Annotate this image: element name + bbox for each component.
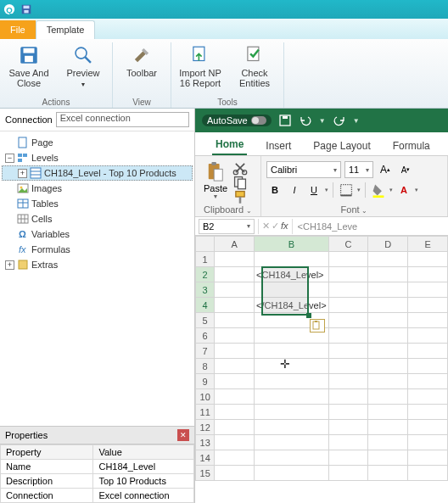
svg-rect-13 bbox=[18, 154, 22, 157]
cancel-formula-icon[interactable]: ✕ bbox=[262, 221, 270, 232]
svg-text:Ω: Ω bbox=[19, 229, 26, 239]
svg-rect-6 bbox=[24, 48, 35, 53]
fill-color-icon[interactable] bbox=[370, 182, 387, 198]
tables-icon bbox=[17, 198, 29, 210]
expand-level1[interactable]: + bbox=[18, 169, 27, 178]
qat-save-icon[interactable] bbox=[278, 114, 292, 127]
tree-level-item[interactable]: CH184_Level - Top 10 Products bbox=[44, 168, 176, 178]
underline-icon[interactable]: U bbox=[305, 182, 322, 198]
tree-cells[interactable]: Cells bbox=[31, 214, 52, 224]
border-icon[interactable] bbox=[338, 182, 355, 198]
svg-rect-45 bbox=[313, 321, 319, 329]
toolbar-button[interactable]: Toolbar bbox=[118, 42, 165, 97]
check-entities-button[interactable]: Check Entities bbox=[231, 42, 278, 97]
name-box[interactable]: B2▾ bbox=[199, 219, 255, 234]
tree-tables[interactable]: Tables bbox=[31, 198, 59, 209]
left-panel: Connection Excel connection Page − Level… bbox=[0, 109, 195, 503]
prop-desc-val[interactable]: Top 10 Products bbox=[93, 474, 194, 489]
svg-rect-15 bbox=[18, 159, 22, 162]
prop-name-val[interactable]: CH184_Level bbox=[93, 460, 194, 474]
prop-conn-key: Connection bbox=[1, 489, 93, 503]
connection-select[interactable]: Excel connection bbox=[56, 112, 189, 127]
excel-title-bar: AutoSave ▼ ▼ bbox=[195, 109, 448, 132]
cell-b2[interactable]: <CH184_Level> bbox=[255, 267, 329, 282]
col-header[interactable]: D bbox=[368, 237, 408, 252]
col-header[interactable]: B bbox=[255, 237, 329, 252]
prop-name-key: Name bbox=[1, 460, 93, 474]
levels-icon bbox=[17, 152, 29, 164]
col-header[interactable]: C bbox=[328, 237, 368, 252]
formula-input[interactable]: <CH184_Leve bbox=[293, 221, 448, 232]
paste-button[interactable]: Paste ▼ bbox=[200, 161, 231, 199]
expand-extras[interactable]: + bbox=[5, 260, 14, 270]
template-tab[interactable]: Template bbox=[36, 20, 96, 39]
col-header[interactable]: A bbox=[215, 237, 255, 252]
tab-home[interactable]: Home bbox=[212, 135, 247, 155]
excel-ribbon: Paste ▼ Clipboard ⌄ Calibri▾ 11▾ bbox=[195, 156, 448, 217]
tree-formulas[interactable]: Formulas bbox=[31, 244, 70, 254]
svg-rect-3 bbox=[24, 6, 30, 9]
save-icon[interactable] bbox=[20, 3, 32, 15]
tree-page[interactable]: Page bbox=[31, 137, 53, 148]
select-all-corner[interactable] bbox=[196, 237, 215, 252]
spreadsheet-grid[interactable]: A B C D E 1 2<CH184_Level> 3 4</CH184_Le… bbox=[195, 236, 448, 503]
font-name-select[interactable]: Calibri▾ bbox=[266, 161, 341, 178]
save-and-close-button[interactable]: Save And Close bbox=[5, 42, 53, 97]
svg-rect-30 bbox=[19, 260, 27, 269]
decrease-font-icon[interactable]: A▾ bbox=[397, 161, 414, 178]
format-painter-icon[interactable] bbox=[232, 190, 248, 204]
tree-view[interactable]: Page − Levels + CH184_Level - Top 10 Pro… bbox=[0, 131, 194, 426]
copy-icon[interactable] bbox=[232, 176, 248, 189]
cut-icon[interactable] bbox=[232, 161, 248, 175]
font-size-select[interactable]: 11▾ bbox=[344, 161, 373, 178]
tab-insert[interactable]: Insert bbox=[262, 137, 294, 155]
font-color-icon[interactable]: A bbox=[395, 182, 412, 198]
properties-close-icon[interactable]: ✕ bbox=[177, 429, 189, 441]
svg-rect-41 bbox=[239, 197, 242, 204]
bold-icon[interactable]: B bbox=[266, 182, 283, 198]
expand-levels[interactable]: − bbox=[5, 154, 14, 163]
prop-conn-val[interactable]: Excel connection bbox=[93, 489, 194, 503]
paste-options-icon[interactable] bbox=[310, 319, 325, 333]
clipboard-group-label: Clipboard ⌄ bbox=[200, 204, 255, 215]
excel-panel: AutoSave ▼ ▼ Home Insert Page Layout For… bbox=[195, 109, 448, 503]
app-icon: Q bbox=[3, 3, 15, 15]
col-header[interactable]: E bbox=[408, 237, 448, 252]
formula-bar: B2▾ ✕ ✓ fx <CH184_Leve bbox=[195, 217, 448, 236]
cell-b4[interactable]: </CH184_Level> bbox=[255, 298, 329, 313]
tree-variables[interactable]: Variables bbox=[31, 229, 70, 239]
excel-tabs: Home Insert Page Layout Formula bbox=[195, 132, 448, 156]
fx-icon[interactable]: fx bbox=[281, 221, 288, 232]
svg-rect-46 bbox=[315, 321, 317, 322]
svg-rect-34 bbox=[211, 162, 216, 165]
svg-rect-16 bbox=[31, 168, 41, 178]
tab-pagelayout[interactable]: Page Layout bbox=[310, 137, 373, 155]
connection-label: Connection bbox=[5, 115, 53, 125]
tree-levels[interactable]: Levels bbox=[31, 153, 59, 163]
prop-desc-key: Description bbox=[1, 474, 93, 489]
tab-formula[interactable]: Formula bbox=[389, 137, 434, 155]
italic-icon[interactable]: I bbox=[286, 182, 303, 198]
fill-handle[interactable] bbox=[306, 313, 311, 318]
level-item-icon bbox=[30, 167, 42, 179]
preview-button[interactable]: Preview▼ bbox=[59, 42, 107, 97]
main-tab-strip: File Template bbox=[0, 19, 448, 39]
svg-rect-14 bbox=[23, 154, 27, 157]
import-report-button[interactable]: Import NP 16 Report bbox=[176, 42, 224, 97]
properties-table: PropertyValue NameCH184_Level Descriptio… bbox=[0, 444, 194, 503]
svg-rect-44 bbox=[373, 195, 384, 198]
page-icon bbox=[17, 137, 29, 148]
svg-text:Q: Q bbox=[6, 5, 13, 14]
font-group-label: Font ⌄ bbox=[266, 204, 442, 215]
increase-font-icon[interactable]: A▴ bbox=[377, 161, 394, 178]
svg-point-8 bbox=[76, 48, 87, 59]
autosave-toggle[interactable]: AutoSave bbox=[202, 115, 272, 126]
qat-undo-icon[interactable] bbox=[299, 114, 312, 127]
accept-formula-icon[interactable]: ✓ bbox=[272, 221, 279, 232]
qat-redo-icon[interactable] bbox=[333, 114, 346, 127]
tree-images[interactable]: Images bbox=[31, 183, 62, 193]
file-tab[interactable]: File bbox=[0, 20, 36, 39]
tree-extras[interactable]: Extras bbox=[31, 260, 58, 270]
svg-rect-7 bbox=[25, 56, 33, 62]
extras-icon bbox=[17, 259, 29, 271]
